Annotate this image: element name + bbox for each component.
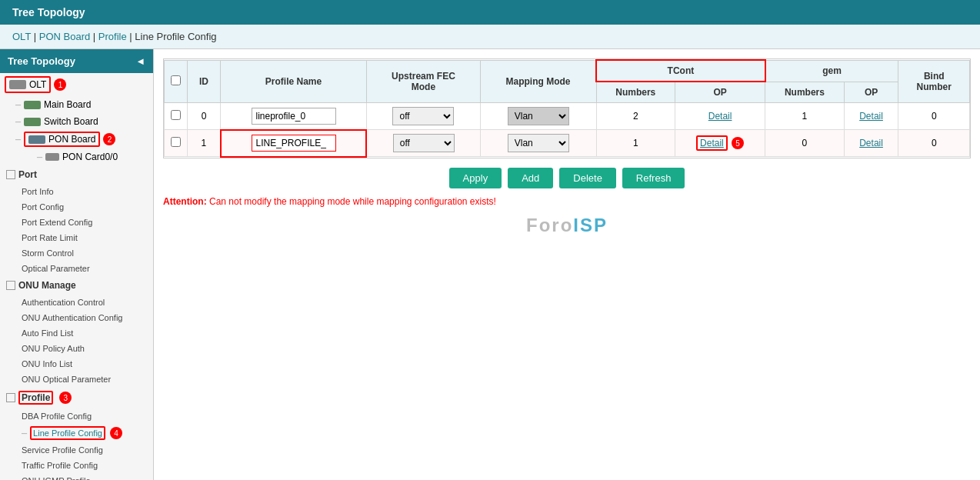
sidebar-item-port-config[interactable]: Port Config [0,199,153,215]
port-section-label: Port [18,169,37,180]
row1-tcont-op[interactable]: Detail 5 [675,130,765,157]
profile-section-label: Profile [22,392,50,403]
sidebar-item-line-profile-config[interactable]: Line Profile Config [30,426,105,440]
sidebar-item-main-board[interactable]: ─ Main Board [0,96,153,113]
row0-tcont-op[interactable]: Detail [675,103,765,130]
select-all-checkbox[interactable] [171,75,181,85]
th-tcont-numbers: Numbers [596,82,675,103]
main-board-icon [24,101,41,109]
row0-profile-name-input[interactable] [252,108,336,125]
pon-card-icon [45,153,59,161]
sidebar-item-pon-board[interactable]: PON Board [24,132,100,147]
profile-badge: 3 [59,392,72,404]
th-id: ID [188,60,221,103]
row0-mapping-mode-select[interactable]: Vlan GEM TLS [508,107,569,125]
row0-checkbox[interactable] [171,110,181,120]
row1-mapping-mode-select[interactable]: Vlan GEM TLS [508,134,569,152]
sidebar-item-port-info[interactable]: Port Info [0,184,153,199]
section-onu-manage[interactable]: ONU Manage [0,276,153,295]
sidebar-item-switch-board[interactable]: ─ Switch Board [0,113,153,130]
pon-board-label: PON Board [48,134,95,145]
th-mapping-mode: Mapping Mode [480,60,596,103]
app-title: Tree Topology [12,6,85,18]
row0-profile-name[interactable] [221,103,367,130]
row1-upstream-fec[interactable]: off on [366,130,480,157]
sidebar-item-port-extend-config[interactable]: Port Extend Config [0,215,153,230]
row1-upstream-fec-select[interactable]: off on [393,134,455,152]
sidebar-item-auth-control[interactable]: Authentication Control [0,295,153,310]
breadcrumb: OLT | PON Board | Profile | Line Profile… [0,25,980,49]
row0-upstream-fec-select[interactable]: off on [392,107,454,125]
detail-badge-5: 5 [732,137,744,149]
breadcrumb-profile[interactable]: Profile [98,31,127,42]
breadcrumb-olt[interactable]: OLT [12,31,31,42]
row0-gem-op[interactable]: Detail [844,103,898,130]
line-profile-table-container: ID Profile Name Upstream FECMode Mapping… [163,58,971,158]
row1-gem-op[interactable]: Detail [844,130,898,157]
line-profile-table: ID Profile Name Upstream FECMode Mapping… [164,59,970,158]
row1-checkbox[interactable] [171,137,181,147]
section-profile[interactable]: Profile 3 [0,387,153,408]
olt-label: OLT [29,79,46,90]
profile-checkbox[interactable] [6,393,15,402]
row1-check[interactable] [165,130,188,157]
sidebar-item-auto-find-list[interactable]: Auto Find List [0,325,153,341]
th-gem: gem [765,60,898,82]
th-select-all[interactable] [165,60,188,103]
port-checkbox[interactable] [6,170,15,179]
row1-tcont-numbers: 1 [596,130,675,157]
apply-button[interactable]: Apply [449,168,502,188]
th-profile-name: Profile Name [221,60,367,103]
watermark: ForoISP [163,207,971,244]
pon-board-badge: 2 [103,133,115,145]
th-bind-number: BindNumber [898,60,970,103]
row0-mapping-mode[interactable]: Vlan GEM TLS [480,103,596,130]
row1-gem-numbers: 0 [765,130,844,157]
row0-tcont-detail-link[interactable]: Detail [708,111,732,122]
row0-check[interactable] [165,103,188,130]
line-profile-badge: 4 [110,427,122,439]
refresh-button[interactable]: Refresh [622,168,685,188]
row1-profile-name[interactable] [221,130,367,157]
switch-board-icon [24,118,41,126]
section-port[interactable]: Port [0,165,153,184]
sidebar-title: Tree Topology [8,55,75,67]
onu-manage-checkbox[interactable] [6,281,15,290]
table-row: 1 off on Vlan GEM TLS [165,130,970,157]
pon-board-icon [28,135,45,144]
row1-tcont-detail-link[interactable]: Detail [696,135,728,151]
app-header: Tree Topology [0,0,980,25]
row0-id: 0 [188,103,221,130]
sidebar-item-dba-profile-config[interactable]: DBA Profile Config [0,408,153,424]
row0-gem-detail-link[interactable]: Detail [859,111,883,122]
sidebar: Tree Topology ◄ OLT 1 ─ Main Board ─ Swi… [0,49,154,480]
onu-manage-section-label: ONU Manage [18,280,76,291]
sidebar-item-port-rate-limit[interactable]: Port Rate Limit [0,230,153,245]
row1-profile-name-input[interactable] [252,135,336,152]
row0-upstream-fec[interactable]: off on [366,103,480,130]
sidebar-item-olt[interactable]: OLT [5,76,51,93]
th-gem-numbers: Numbers [765,82,844,103]
sidebar-item-pon-card[interactable]: ─ PON Card0/0 [0,148,153,165]
sidebar-item-onu-auth-config[interactable]: ONU Authentication Config [0,310,153,325]
action-buttons: Apply Add Delete Refresh [163,168,971,188]
sidebar-item-service-profile-config[interactable]: Service Profile Config [0,442,153,458]
sidebar-item-onu-optical-param[interactable]: ONU Optical Parameter [0,372,153,387]
sidebar-item-storm-control[interactable]: Storm Control [0,245,153,261]
sidebar-item-onu-info-list[interactable]: ONU Info List [0,356,153,372]
row0-gem-numbers: 1 [765,103,844,130]
delete-button[interactable]: Delete [559,168,616,188]
sidebar-header: Tree Topology ◄ [0,49,153,73]
sidebar-item-onu-igmp-profile[interactable]: ONU IGMP Profile [0,473,153,480]
attention-text: Can not modify the mapping mode while ma… [209,196,496,207]
sidebar-item-traffic-profile-config[interactable]: Traffic Profile Config [0,458,153,473]
add-button[interactable]: Add [508,168,553,188]
main-board-label: Main Board [44,99,91,110]
sidebar-item-onu-policy-auth[interactable]: ONU Policy Auth [0,341,153,356]
sidebar-item-optical-parameter[interactable]: Optical Parameter [0,261,153,276]
row1-gem-detail-link[interactable]: Detail [859,138,883,148]
row0-tcont-numbers: 2 [596,103,675,130]
breadcrumb-pon-board[interactable]: PON Board [39,31,90,42]
th-gem-op: OP [844,82,898,103]
row1-mapping-mode[interactable]: Vlan GEM TLS [480,130,596,157]
